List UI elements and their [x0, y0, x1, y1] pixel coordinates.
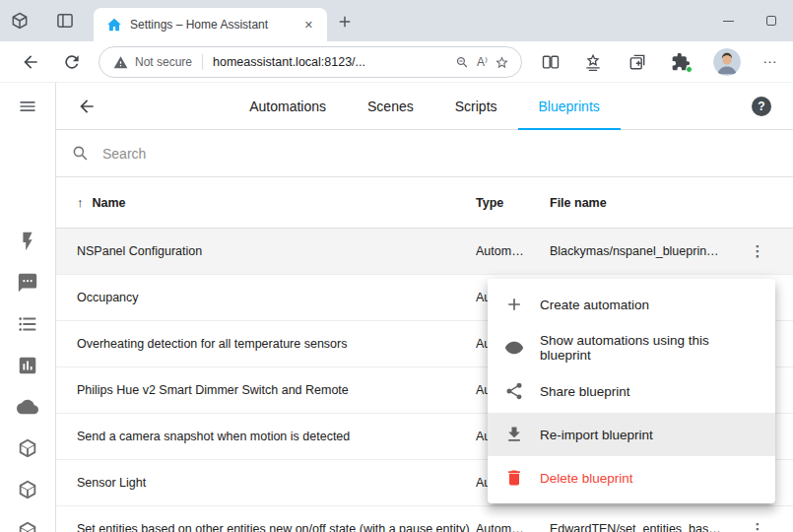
row-name: Philips Hue v2 Smart Dimmer Switch and R… [77, 383, 476, 397]
tab-blueprints[interactable]: Blueprints [518, 83, 621, 130]
browser-tab[interactable]: Settings – Home Assistant ✕ [94, 8, 327, 41]
tab-scenes[interactable]: Scenes [347, 83, 434, 130]
sidebar-package-icon-3[interactable] [17, 520, 38, 532]
table-header-row: ↑ Name Type File name [56, 177, 793, 229]
browser-navbar: Not secure homeassistant.local:8123/... … [0, 41, 793, 83]
column-header-type[interactable]: Type [476, 196, 550, 210]
security-label[interactable]: Not secure [135, 55, 192, 69]
row-overflow-menu-icon[interactable]: ⋮ [746, 242, 769, 260]
tab-automations[interactable]: Automations [229, 83, 347, 130]
sort-ascending-icon[interactable]: ↑ [77, 195, 84, 210]
address-divider [202, 54, 203, 70]
menu-item-share-blueprint[interactable]: Share blueprint [488, 369, 775, 413]
zoom-out-icon[interactable] [455, 55, 470, 70]
plus-icon [504, 295, 524, 314]
collections-icon[interactable] [628, 52, 647, 72]
address-bar[interactable]: Not secure homeassistant.local:8123/... … [99, 46, 522, 78]
browser-titlebar: Settings – Home Assistant ✕ [0, 0, 793, 41]
profile-avatar[interactable] [713, 48, 741, 76]
favorite-star-icon[interactable] [495, 55, 509, 70]
favorites-icon[interactable] [583, 52, 603, 72]
tab-title: Settings – Home Assistant [130, 18, 300, 32]
sidebar-cloud-icon[interactable] [17, 396, 38, 418]
menu-item-label: Show automations using this blueprint [540, 333, 760, 363]
browser-window: Settings – Home Assistant ✕ Not secure h… [0, 0, 793, 532]
row-overflow-menu-icon[interactable]: ⋮ [746, 520, 769, 532]
menu-item-reimport-blueprint[interactable]: Re-import blueprint [488, 413, 775, 456]
share-icon [504, 381, 524, 401]
essentials-status-dot [686, 66, 693, 73]
home-assistant-favicon [106, 17, 122, 33]
not-secure-warning-icon [113, 55, 128, 70]
workspaces-icon[interactable] [10, 11, 30, 31]
menu-item-label: Share blueprint [540, 384, 630, 399]
url-text[interactable]: homeassistant.local:8123/... [213, 55, 448, 69]
row-name: NSPanel Configuration [77, 244, 476, 258]
tab-scripts[interactable]: Scripts [434, 83, 518, 130]
settings-more-icon[interactable]: … [762, 49, 778, 66]
row-type: Autom… [476, 522, 550, 532]
column-header-file[interactable]: File name [550, 196, 746, 210]
split-screen-icon[interactable] [541, 52, 561, 72]
row-name: Occupancy [77, 291, 476, 304]
browser-essentials-icon[interactable] [671, 52, 691, 72]
sidebar-package-icon-1[interactable] [17, 437, 38, 459]
sidebar-history-icon[interactable] [17, 355, 38, 376]
menu-hamburger-icon[interactable] [18, 97, 37, 116]
menu-item-label: Delete blueprint [540, 471, 633, 486]
tab-close-icon[interactable]: ✕ [300, 17, 317, 33]
ha-tab-bar: Automations Scenes Scripts Blueprints [115, 83, 734, 130]
search-input[interactable] [102, 146, 418, 162]
vertical-tabs-icon[interactable] [55, 11, 75, 31]
row-file: EdwardTEN/set_entities_bas… [550, 522, 746, 532]
window-controls [706, 0, 793, 41]
row-file: Blackymas/nspanel_blueprin… [550, 244, 746, 258]
menu-item-create-automation[interactable]: Create automation [488, 283, 775, 326]
row-name: Sensor Light [77, 476, 476, 490]
ha-header: Automations Scenes Scripts Blueprints ? [56, 83, 793, 130]
search-bar [56, 130, 793, 177]
blueprint-context-menu: Create automation Show automations using… [488, 279, 775, 503]
maximize-button[interactable] [750, 6, 793, 35]
menu-item-label: Create automation [540, 298, 649, 312]
eye-icon [504, 338, 524, 358]
help-icon[interactable]: ? [752, 97, 771, 116]
row-name: Send a camera snapshot when motion is de… [77, 430, 476, 443]
row-type: Autom… [476, 244, 550, 258]
column-header-name[interactable]: Name [93, 196, 126, 210]
row-name: Set entities based on other entities new… [77, 522, 476, 532]
table-row[interactable]: Set entities based on other entities new… [56, 506, 793, 532]
refresh-icon[interactable] [62, 52, 82, 72]
back-icon[interactable] [21, 52, 40, 72]
menu-item-label: Re-import blueprint [540, 428, 653, 442]
sidebar-logbook-icon[interactable] [17, 313, 38, 335]
search-icon [71, 144, 91, 164]
sidebar-energy-icon[interactable] [17, 231, 38, 252]
trash-icon [504, 468, 524, 488]
table-row[interactable]: NSPanel Configuration Autom… Blackymas/n… [56, 229, 793, 275]
new-tab-icon[interactable] [336, 13, 354, 31]
sidebar-package-icon-2[interactable] [17, 479, 38, 500]
minimize-button[interactable] [706, 6, 750, 35]
sidebar-assist-chat-icon[interactable] [17, 272, 38, 294]
menu-item-delete-blueprint[interactable]: Delete blueprint [488, 456, 775, 499]
menu-item-show-automations[interactable]: Show automations using this blueprint [488, 326, 775, 369]
read-aloud-icon[interactable]: A⁾ [477, 55, 488, 69]
ha-back-icon[interactable] [77, 97, 97, 116]
download-icon [504, 425, 524, 444]
row-name: Overheating detection for all temperatur… [77, 337, 476, 351]
ha-sidebar [0, 83, 56, 532]
